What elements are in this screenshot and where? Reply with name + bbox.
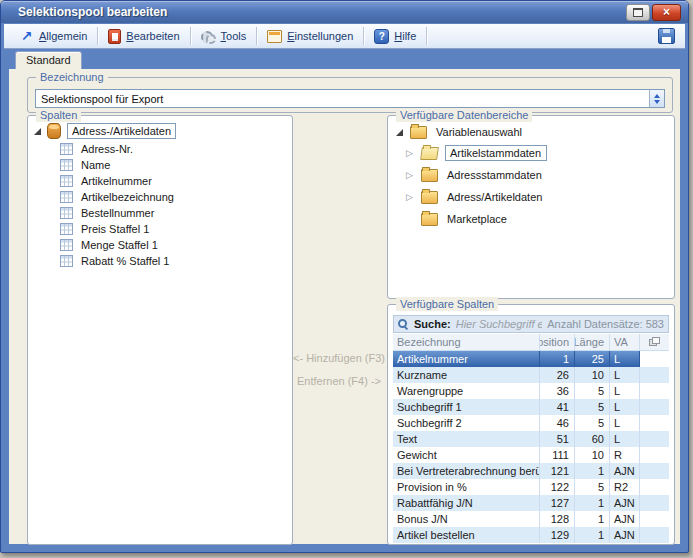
- remove-button[interactable]: Entfernen (F4) ->: [291, 375, 387, 387]
- expander-expanded-icon[interactable]: [34, 128, 41, 135]
- tree-item-label: Artikelstammdaten: [445, 145, 547, 161]
- restore-button[interactable]: [626, 4, 650, 21]
- group-datenbereiche: Verfügbare Datenbereiche Variablenauswah…: [387, 115, 675, 299]
- cell-laenge: 60: [575, 431, 610, 447]
- cell-position: 128: [540, 511, 575, 527]
- tree-item-label: Adress/Artikeldaten: [445, 190, 544, 204]
- app-window: Selektionspool bearbeiten × Allgemein Be…: [0, 0, 689, 553]
- tree-root-label-editbox[interactable]: Adress-/Artikeldaten: [67, 123, 176, 139]
- header-bezeichnung[interactable]: Bezeichnung: [393, 334, 540, 350]
- tree-item-datenbereich[interactable]: Marketplace: [388, 208, 674, 230]
- close-button[interactable]: ×: [652, 4, 681, 21]
- table-row[interactable]: Rabattfähig J/N 127 1 AJN: [393, 495, 669, 511]
- expander-icon[interactable]: [405, 149, 414, 158]
- cell-laenge: 10: [575, 367, 610, 383]
- tree-item-datenbereich[interactable]: Artikelstammdaten: [388, 142, 674, 164]
- tree-item-column[interactable]: Preis Staffel 1: [28, 221, 292, 237]
- cell-va: AJN: [610, 527, 640, 543]
- table-row[interactable]: Provision in % 122 5 R2: [393, 479, 669, 495]
- tree-item-label: Marketplace: [445, 212, 509, 226]
- tree-item-column[interactable]: Rabatt % Staffel 1: [28, 253, 292, 269]
- folder-icon: [421, 213, 438, 226]
- table-icon: [60, 175, 73, 187]
- group-datenbereiche-legend: Verfügbare Datenbereiche: [396, 108, 532, 122]
- table-row[interactable]: Kurzname 26 10 L: [393, 367, 669, 383]
- help-icon: [374, 29, 389, 44]
- titlebar[interactable]: Selektionspool bearbeiten ×: [1, 1, 688, 23]
- toolbar-menu-item[interactable]: Tools: [192, 27, 256, 46]
- tree-item-column[interactable]: Menge Staffel 1: [28, 237, 292, 253]
- group-verfuegbare-spalten: Verfügbare Spalten Suche: Hier Suchbegri…: [387, 304, 675, 545]
- cell-laenge: 1: [575, 511, 610, 527]
- cell-filler: [640, 463, 669, 479]
- cell-laenge: 1: [575, 495, 610, 511]
- bezeichnung-combobox[interactable]: Selektionspool für Export: [35, 89, 665, 108]
- group-spalten: Spalten Adress-/Artikeldaten Adress-Nr. …: [27, 115, 293, 545]
- cell-va: L: [610, 367, 640, 383]
- table-icon: [60, 223, 73, 235]
- toolbar-menu-item[interactable]: Hilfe: [365, 27, 425, 46]
- spinner-button[interactable]: [649, 90, 664, 107]
- table-row[interactable]: Text 51 60 L: [393, 431, 669, 447]
- cell-bezeichnung: Suchbegriff 1: [393, 399, 540, 415]
- table-row[interactable]: Artikel bestellen 129 1 AJN: [393, 527, 669, 543]
- restore-icon: [633, 8, 643, 17]
- table-icon: [60, 255, 73, 267]
- tree-item-root-datenbereiche[interactable]: Variablenauswahl: [388, 122, 674, 142]
- tree-item-datenbereich[interactable]: Adress/Artikeldaten: [388, 186, 674, 208]
- table-row[interactable]: Warengruppe 36 5 L: [393, 383, 669, 399]
- save-icon: [658, 28, 675, 44]
- folder-icon: [420, 147, 439, 160]
- save-button[interactable]: [656, 26, 677, 46]
- tree-item-column[interactable]: Artikelbezeichnung: [28, 189, 292, 205]
- cell-laenge: 1: [575, 527, 610, 543]
- window-controls: ×: [626, 4, 688, 21]
- tree-item-column[interactable]: Artikelnummer: [28, 173, 292, 189]
- tab-strip: Standard: [9, 48, 680, 69]
- tree-item-label: Adressstammdaten: [445, 168, 544, 182]
- group-bezeichnung: Bezeichnung Selektionspool für Export: [27, 77, 673, 113]
- cell-va: R2: [610, 479, 640, 495]
- database-icon: [47, 123, 61, 139]
- cell-filler: [640, 399, 669, 415]
- cell-position: 46: [540, 415, 575, 431]
- header-position[interactable]: Position: [540, 334, 575, 350]
- header-va[interactable]: VA: [610, 334, 640, 350]
- add-button[interactable]: <- Hinzufügen (F3): [291, 352, 387, 364]
- table-row[interactable]: Bonus J/N 128 1 AJN: [393, 511, 669, 527]
- table-row[interactable]: Artikelnummer 1 25 L: [393, 351, 669, 367]
- header-laenge[interactable]: Länge: [575, 334, 610, 350]
- expander-expanded-icon[interactable]: [396, 129, 403, 136]
- cell-bezeichnung: Provision in %: [393, 479, 540, 495]
- gears-icon: [201, 29, 216, 44]
- edit-notebook-icon: [108, 29, 121, 44]
- tab-standard[interactable]: Standard: [15, 51, 82, 69]
- tree-item-column[interactable]: Name: [28, 157, 292, 173]
- toolbar-menu-item[interactable]: Einstellungen: [258, 28, 362, 45]
- cell-va: L: [610, 351, 640, 367]
- table-header: Bezeichnung Position Länge VA: [393, 334, 669, 351]
- tree-item-root-spalten[interactable]: Adress-/Artikeldaten: [28, 121, 292, 141]
- cell-position: 121: [540, 463, 575, 479]
- search-label: Suche:: [414, 318, 451, 330]
- cell-position: 127: [540, 495, 575, 511]
- tree-item-column[interactable]: Adress-Nr.: [28, 141, 292, 157]
- toolbar-menu-item[interactable]: Allgemein: [10, 27, 96, 46]
- tree-item-label: Preis Staffel 1: [79, 222, 151, 236]
- cell-filler: [640, 431, 669, 447]
- tree-item-datenbereich[interactable]: Adressstammdaten: [388, 164, 674, 186]
- group-spalten-legend: Spalten: [36, 108, 81, 122]
- table-row[interactable]: Suchbegriff 1 41 5 L: [393, 399, 669, 415]
- table-row[interactable]: Suchbegriff 2 46 5 L: [393, 415, 669, 431]
- toolbar-menu-label: Allgemein: [39, 30, 87, 42]
- spin-down-icon: [654, 100, 660, 104]
- expander-icon[interactable]: [405, 193, 414, 202]
- header-icon-cell[interactable]: [640, 334, 669, 350]
- expander-icon[interactable]: [405, 171, 414, 180]
- toolbar-menu-item[interactable]: Bearbeiten: [99, 27, 188, 46]
- table-row[interactable]: Bei Vertreterabrechnung berücksichtige 1…: [393, 463, 669, 479]
- tree-item-column[interactable]: Bestellnummer: [28, 205, 292, 221]
- cell-va: L: [610, 415, 640, 431]
- table-row[interactable]: Gewicht 111 10 R: [393, 447, 669, 463]
- search-input[interactable]: Suche: Hier Suchbegriff einge Anzahl Dat…: [393, 315, 669, 333]
